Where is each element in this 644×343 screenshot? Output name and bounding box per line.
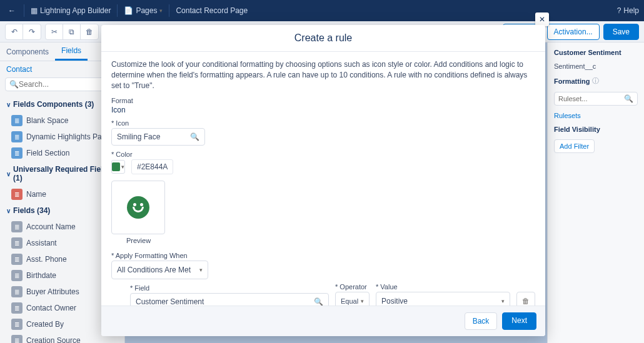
modal-title: Create a rule [101,25,545,52]
swatch-icon [112,162,120,171]
icon-lookup[interactable]: Smiling Face 🔍 [111,128,205,146]
modal-intro: Customize the look of your conditional f… [111,59,535,91]
icon-lookup-value: Smiling Face [117,132,160,141]
cond-field-lookup[interactable]: Customer Sentiment 🔍 [130,293,329,306]
cond-operator-value: Equal [341,297,358,305]
apply-when-select[interactable]: All Conditions Are Met ▾ [111,261,208,279]
chevron-down-icon: ▾ [361,298,364,304]
smiling-face-icon [127,196,149,219]
close-icon[interactable]: ✕ [535,12,549,26]
chevron-down-icon: ▾ [121,164,124,170]
cond-value-value: Positive [381,297,408,306]
cond-value-select[interactable]: Positive ▾ [376,292,510,306]
format-value: Icon [111,106,535,114]
search-icon: 🔍 [190,132,199,141]
chevron-down-icon: ▾ [501,298,505,304]
next-button[interactable]: Next [502,312,536,330]
create-rule-modal: Create a rule Customize the look of your… [101,25,545,336]
search-icon: 🔍 [314,297,323,306]
delete-condition-icon[interactable]: 🗑 [516,292,535,306]
cond-operator-label: * Operator [335,283,370,291]
cond-operator-select[interactable]: Equal ▾ [335,292,370,306]
cond-value-label: * Value [376,283,510,291]
chevron-down-icon: ▾ [199,267,203,273]
apply-when-label: * Apply Formatting When [111,252,535,259]
cond-field-value: Customer Sentiment [136,297,204,306]
cond-field-label: * Field [130,284,329,292]
icon-preview [111,181,165,234]
color-picker[interactable]: ▾ [111,160,125,174]
color-hex: #2E844A [131,159,173,174]
back-button[interactable]: Back [465,312,498,330]
icon-label: * Icon [111,119,535,127]
preview-label: Preview [126,237,535,244]
apply-when-value: All Conditions Are Met [117,266,191,274]
color-label: * Color [111,151,535,158]
format-label: Format [111,97,535,104]
